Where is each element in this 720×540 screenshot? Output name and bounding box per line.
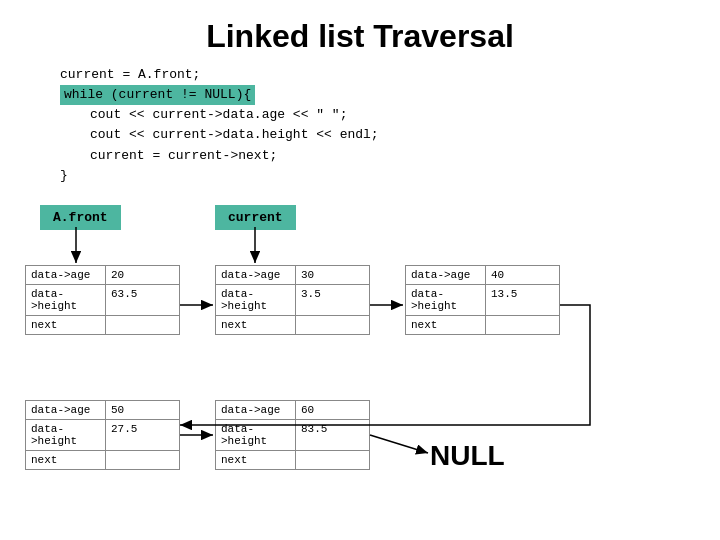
n4-age-label: data->age: [26, 401, 106, 419]
code-line-5: current = current->next;: [90, 146, 720, 166]
arrows-svg: [0, 205, 720, 540]
n5-height-label: data->height: [216, 420, 296, 450]
n2-height-label: data->height: [216, 285, 296, 315]
n3-next-value: [486, 316, 559, 334]
n4-age-value: 50: [106, 401, 179, 419]
n2-next-value: [296, 316, 369, 334]
node-4: data->age 50 data->height 27.5 next: [25, 400, 180, 470]
n5-age-label: data->age: [216, 401, 296, 419]
code-block: current = A.front; while (current != NUL…: [60, 65, 720, 186]
n5-next-label: next: [216, 451, 296, 469]
n4-height-label: data->height: [26, 420, 106, 450]
page-title: Linked list Traversal: [0, 0, 720, 65]
n3-height-value: 13.5: [486, 285, 559, 315]
n1-next-value: [106, 316, 179, 334]
code-line-2: while (current != NULL){: [60, 85, 720, 105]
n5-next-value: [296, 451, 369, 469]
n2-age-label: data->age: [216, 266, 296, 284]
n1-height-value: 63.5: [106, 285, 179, 315]
code-line-6: }: [60, 166, 720, 186]
n4-next-label: next: [26, 451, 106, 469]
n2-next-label: next: [216, 316, 296, 334]
current-label: current: [215, 205, 296, 230]
a-front-label: A.front: [40, 205, 121, 230]
n3-height-label: data->height: [406, 285, 486, 315]
node-5: data->age 60 data->height 83.5 next: [215, 400, 370, 470]
n2-age-value: 30: [296, 266, 369, 284]
n3-age-value: 40: [486, 266, 559, 284]
n5-age-value: 60: [296, 401, 369, 419]
n4-height-value: 27.5: [106, 420, 179, 450]
node-1: data->age 20 data->height 63.5 next: [25, 265, 180, 335]
n1-next-label: next: [26, 316, 106, 334]
n1-age-value: 20: [106, 266, 179, 284]
node-2: data->age 30 data->height 3.5 next: [215, 265, 370, 335]
n2-height-value: 3.5: [296, 285, 369, 315]
n3-age-label: data->age: [406, 266, 486, 284]
diagram-area: A.front current data->age 20 data->heigh…: [0, 205, 720, 540]
n1-age-label: data->age: [26, 266, 106, 284]
n5-height-value: 83.5: [296, 420, 369, 450]
null-label: NULL: [430, 440, 505, 472]
n1-height-label: data->height: [26, 285, 106, 315]
node-3: data->age 40 data->height 13.5 next: [405, 265, 560, 335]
n4-next-value: [106, 451, 179, 469]
code-line-2-highlight: while (current != NULL){: [60, 85, 255, 105]
code-line-1: current = A.front;: [60, 65, 720, 85]
code-line-4: cout << current->data.height << endl;: [90, 125, 720, 145]
svg-line-5: [370, 435, 428, 453]
n3-next-label: next: [406, 316, 486, 334]
code-line-3: cout << current->data.age << " ";: [90, 105, 720, 125]
